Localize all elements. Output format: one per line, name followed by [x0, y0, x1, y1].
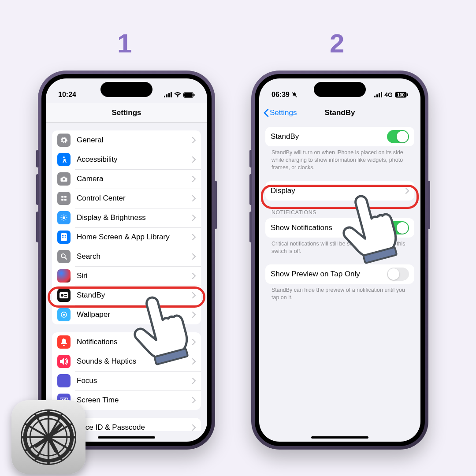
- home-screen-icon: [57, 231, 71, 244]
- silent-icon: [291, 92, 298, 98]
- accessibility-icon: [57, 153, 71, 166]
- settings-row-home-screen[interactable]: Home Screen & App Library: [52, 227, 201, 247]
- svg-rect-3: [171, 92, 172, 97]
- group-footer: Critical notifications will still be sho…: [265, 238, 414, 255]
- settings-row-search[interactable]: Search: [52, 247, 201, 266]
- settings-app-icon: [11, 400, 86, 474]
- svg-rect-10: [61, 196, 63, 198]
- chevron-right-icon: [192, 137, 196, 143]
- standby-toggle-row[interactable]: StandBy: [265, 127, 414, 146]
- svg-rect-26: [64, 296, 67, 297]
- notifications-icon: [57, 335, 71, 349]
- chevron-right-icon: [192, 176, 196, 182]
- chevron-right-icon: [192, 339, 196, 345]
- chevron-right-icon: [192, 292, 196, 298]
- settings-row-accessibility[interactable]: Accessibility: [52, 150, 201, 169]
- row-label: Focus: [77, 376, 192, 385]
- status-time-group: 06:39: [271, 91, 298, 99]
- standby-group-notifications: Show Notifications: [265, 218, 414, 238]
- chevron-right-icon: [192, 234, 196, 240]
- back-button[interactable]: Settings: [264, 103, 297, 123]
- svg-rect-2: [168, 93, 170, 97]
- control-center-icon: [57, 192, 71, 205]
- svg-point-20: [63, 237, 64, 238]
- svg-rect-13: [64, 199, 67, 201]
- gear-icon: [57, 134, 71, 147]
- navbar: Settings: [46, 103, 207, 123]
- row-label: Wallpaper: [77, 310, 192, 319]
- chevron-right-icon: [192, 312, 196, 318]
- settings-row-notifications[interactable]: Notifications: [52, 332, 201, 352]
- focus-icon: [57, 374, 71, 387]
- row-label: Display & Brightness: [77, 213, 192, 222]
- status-network: 4G: [384, 91, 393, 98]
- row-label: General: [77, 136, 192, 145]
- svg-point-4: [177, 96, 178, 97]
- svg-point-19: [62, 237, 63, 238]
- status-time: 10:24: [58, 91, 76, 99]
- row-label: StandBy: [271, 132, 387, 141]
- search-icon: [57, 250, 71, 263]
- siri-icon: [57, 269, 71, 283]
- wallpaper-icon: [57, 308, 71, 321]
- svg-point-56: [45, 434, 52, 441]
- row-label: Display: [271, 186, 405, 195]
- svg-rect-25: [64, 294, 67, 295]
- svg-rect-12: [61, 199, 63, 201]
- group-footer: StandBy will turn on when iPhone is plac…: [265, 146, 414, 171]
- svg-point-24: [61, 294, 63, 297]
- chevron-right-icon: [192, 195, 196, 201]
- chevron-right-icon: [192, 273, 196, 279]
- toggle-switch[interactable]: [387, 268, 409, 281]
- standby-group-toggle: StandBy: [265, 127, 414, 146]
- row-label: Notifications: [77, 338, 192, 346]
- chevron-right-icon: [192, 215, 196, 221]
- group-header: NOTIFICATIONS: [265, 201, 414, 218]
- row-label: Camera: [77, 175, 192, 183]
- settings-row-standby[interactable]: StandBy: [52, 286, 201, 305]
- chevron-right-icon: [192, 358, 196, 364]
- row-label: Show Notifications: [271, 223, 387, 232]
- chevron-right-icon: [192, 397, 196, 403]
- status-time: 06:39: [271, 91, 290, 99]
- home-indicator[interactable]: [98, 436, 155, 439]
- sounds-icon: [57, 355, 71, 368]
- row-label: Home Screen & App Library: [77, 233, 192, 242]
- settings-row-sounds[interactable]: Sounds & Haptics: [52, 352, 201, 371]
- display-row[interactable]: Display: [265, 181, 414, 201]
- status-indicators: 4G 100: [374, 91, 408, 98]
- svg-point-21: [65, 237, 66, 238]
- row-label: Sounds & Haptics: [77, 357, 192, 366]
- settings-row-display-brightness[interactable]: Display & Brightness: [52, 208, 201, 227]
- settings-row-siri[interactable]: Siri: [52, 266, 201, 286]
- row-label: StandBy: [77, 291, 192, 300]
- standby-group-display: Display: [265, 181, 414, 201]
- back-label: Settings: [270, 108, 297, 117]
- row-label: Control Center: [77, 194, 192, 203]
- settings-row-focus[interactable]: Focus: [52, 371, 201, 390]
- svg-point-16: [62, 235, 63, 236]
- settings-group-2: Notifications Sounds & Haptics Focus: [52, 332, 201, 410]
- show-notifications-row[interactable]: Show Notifications: [265, 218, 414, 238]
- settings-row-control-center[interactable]: Control Center: [52, 189, 201, 208]
- svg-point-14: [63, 216, 65, 219]
- toggle-switch[interactable]: [387, 130, 409, 143]
- svg-rect-6: [184, 93, 193, 97]
- toggle-switch[interactable]: [387, 221, 409, 234]
- settings-row-camera[interactable]: Camera: [52, 169, 201, 189]
- svg-rect-32: [379, 93, 380, 97]
- svg-rect-35: [407, 93, 408, 96]
- row-label: Accessibility: [77, 155, 192, 164]
- svg-rect-33: [381, 92, 382, 97]
- chevron-right-icon: [192, 378, 196, 384]
- svg-point-9: [63, 178, 65, 180]
- standby-icon: [57, 289, 71, 302]
- settings-row-wallpaper[interactable]: Wallpaper: [52, 305, 201, 324]
- svg-point-18: [65, 235, 66, 236]
- settings-row-general[interactable]: General: [52, 130, 201, 150]
- chevron-right-icon: [192, 156, 196, 163]
- home-indicator[interactable]: [311, 436, 368, 439]
- show-preview-row[interactable]: Show Preview on Tap Only: [265, 264, 414, 284]
- row-label: Screen Time: [77, 396, 192, 405]
- svg-rect-1: [166, 94, 167, 97]
